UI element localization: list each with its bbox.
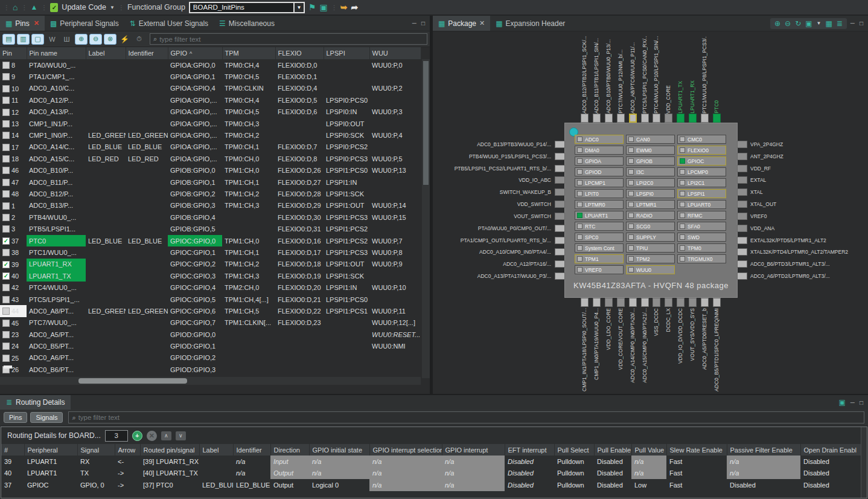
package-pin[interactable] [555, 248, 565, 256]
flexio-cell[interactable] [275, 352, 324, 364]
peripheral-block[interactable]: ADC0 [575, 135, 624, 144]
flexio-cell[interactable] [275, 340, 324, 352]
label-cell[interactable] [86, 259, 126, 270]
tpm-cell[interactable]: TPM1:CH,1 [222, 246, 275, 258]
wuu-cell[interactable]: WUU0:P,14 [369, 200, 421, 211]
package-pin[interactable] [677, 298, 685, 307]
table-row[interactable]: ✓24ADC0_B5/PT...GPIOD:GPIO,1WUU0:NMI [0, 340, 421, 352]
lpspi-cell[interactable] [324, 71, 369, 82]
table-row[interactable]: ✓38PTC1/WUU0_...GPIOC:GPIO,1TPM1:CH,1FLE… [0, 246, 421, 258]
tab-peripheral-signals[interactable]: ▩ Peripheral Signals [45, 16, 124, 31]
lpspi-cell[interactable] [324, 364, 369, 375]
tpm-cell[interactable]: TPM1:CH,3 [222, 200, 275, 211]
gpio-cell[interactable]: GPIOC:GPIO,1 [168, 246, 222, 258]
gpio-cell[interactable]: GPIOC:GPIO,6 [168, 305, 222, 317]
wuu-cell[interactable]: WUU0:RESET... [369, 329, 421, 340]
column-header[interactable]: Pull Value [631, 444, 666, 456]
power-icon[interactable]: ⚡ [118, 34, 131, 45]
peripheral-block[interactable]: SUPPLY [626, 233, 675, 242]
pin-cell[interactable]: ✓25 [0, 352, 27, 364]
package-pin[interactable] [555, 213, 565, 220]
pin-name-cell[interactable]: PTB5/LPSPI1... [27, 223, 86, 234]
table-row[interactable]: ✓8PTA0/WUU0_...GPIOA:GPIO,0TPM0:CH,4FLEX… [0, 59, 421, 71]
package-pin[interactable] [555, 201, 565, 208]
pin-cell[interactable]: ✓13 [0, 118, 27, 129]
pin-cell[interactable]: ✓37 [0, 235, 27, 246]
problems-icon[interactable]: ▲ [30, 3, 37, 11]
gpio-cell[interactable]: GPIOC:GPIO,5 [168, 294, 222, 305]
label-cell[interactable] [86, 329, 126, 340]
label-cell[interactable] [86, 59, 126, 71]
label-cell[interactable] [86, 364, 126, 375]
label-cell[interactable] [86, 188, 126, 199]
routing-cell[interactable]: Input [270, 456, 309, 468]
flexio-cell[interactable]: FLEXIO0:D,31 [275, 223, 324, 234]
horizontal-scrollbar[interactable] [0, 377, 421, 385]
label-cell[interactable] [86, 317, 126, 329]
tpm-cell[interactable]: TPM0:CH,5 [222, 71, 275, 82]
table-row[interactable]: 37GPIOCGPIO, 0->[37] PTC0LED_BLUELED_BLU… [1, 479, 867, 491]
pin-name-cell[interactable]: ADC0_B11/P... [27, 176, 86, 188]
tab-miscellaneous[interactable]: ☰ Miscellaneous [214, 16, 280, 31]
pin-cell[interactable]: ✓44 [0, 305, 27, 317]
waveform-pins-icon[interactable]: Ш [60, 34, 73, 45]
routing-cell[interactable]: n/a [442, 479, 505, 491]
package-pin[interactable] [737, 272, 747, 280]
routing-cell[interactable]: n/a [631, 468, 666, 480]
table-row[interactable]: ✓40LPUART1_TXGPIOC:GPIO,3TPM1:CH,3FLEXIO… [0, 270, 421, 282]
update-code-icon[interactable]: ✓ [50, 3, 58, 12]
wuu-cell[interactable] [369, 71, 421, 82]
wuu-cell[interactable] [369, 223, 421, 234]
routing-cell[interactable] [199, 456, 233, 468]
lpspi-cell[interactable] [324, 83, 369, 94]
table-row[interactable]: ✓3PTB5/LPSPI1...GPIOB:GPIO,5FLEXIO0:D,31… [0, 223, 421, 234]
routing-cell[interactable]: TX [77, 468, 115, 480]
lpspi-cell[interactable] [324, 340, 369, 352]
vertical-scrollbar[interactable] [861, 427, 867, 498]
package-pin[interactable] [737, 248, 747, 256]
table-row[interactable]: ✓9PTA1/CMP1_...GPIOA:GPIO,1TPM0:CH,5FLEX… [0, 71, 421, 82]
peripheral-block[interactable]: TPIU [626, 243, 675, 253]
flexio-cell[interactable]: FLEXIO0:D,26 [275, 165, 324, 176]
identifier-cell[interactable] [126, 282, 168, 293]
move-down-button[interactable]: ∨ [176, 431, 186, 440]
undo-arrow-icon[interactable]: ➥ [340, 2, 348, 12]
tab-pins[interactable]: ▦ Pins ✕ [0, 16, 45, 31]
routing-filter-input[interactable]: ⌕ type filter text [68, 411, 864, 423]
package-pin[interactable] [737, 213, 747, 220]
flag-icon[interactable]: ⚑ [308, 2, 316, 12]
flexio-cell[interactable]: FLEXIO0:D,21 [275, 294, 324, 305]
tpm-cell[interactable]: TPM1:CH,3 [222, 270, 275, 282]
peripheral-block[interactable]: CMC0 [677, 135, 726, 144]
column-header[interactable]: Pin [0, 47, 27, 59]
flexio-cell[interactable]: FLEXIO0:D,4 [275, 83, 324, 94]
peripheral-block[interactable]: FLEXIO0 [677, 146, 726, 155]
gpio-cell[interactable]: GPIOD:GPIO,2 [168, 352, 222, 364]
identifier-cell[interactable] [126, 329, 168, 340]
package-pins-icon[interactable]: ▥ [17, 34, 30, 45]
package-pin[interactable] [555, 153, 565, 160]
flexio-cell[interactable]: FLEXIO0:D,28 [275, 188, 324, 199]
package-pin[interactable] [737, 237, 747, 244]
gpio-cell[interactable]: GPIOB:GPIO,4 [168, 211, 222, 223]
lpspi-cell[interactable]: LPSPI0:PCS0 [324, 94, 369, 106]
tpm-cell[interactable]: TPM1:CH,2 [222, 188, 275, 199]
tpm-cell[interactable]: TPM1:CH,5 [222, 305, 275, 317]
table-row[interactable]: 40LPUART1TX->[40] LPUART1_TXn/aOutputn/a… [1, 468, 867, 480]
wuu-cell[interactable]: WUU0:P,9 [369, 259, 421, 270]
pin-name-cell[interactable]: LPUART1_RX [27, 259, 86, 270]
pin-name-cell[interactable]: PTB4/WUU0_... [27, 211, 86, 223]
lpspi-cell[interactable]: LPSPI0:SCK [324, 129, 369, 141]
routing-cell[interactable] [199, 468, 233, 480]
package-outline-icon[interactable]: ▢ [31, 34, 44, 45]
gpio-cell[interactable]: GPIOA:GPIO,... [168, 153, 222, 164]
column-header[interactable]: Passive Filter Enable [727, 444, 800, 456]
routing-cell[interactable]: Disabled [594, 468, 631, 480]
flexio-cell[interactable]: FLEXIO0:D,1 [275, 71, 324, 82]
tab-package[interactable]: ▦ Package ✕ [433, 16, 490, 31]
gpio-cell[interactable]: GPIOB:GPIO,5 [168, 223, 222, 234]
functional-group-select[interactable]: BOARD_InitPins ▼ [189, 2, 305, 13]
pins-table-header[interactable]: PinPin nameLabelIdentifierGPIO^TPMFLEXIO… [0, 47, 421, 59]
pin-checkbox[interactable]: ✓ [2, 179, 10, 186]
routing-cell[interactable]: Pulldown [554, 456, 594, 468]
